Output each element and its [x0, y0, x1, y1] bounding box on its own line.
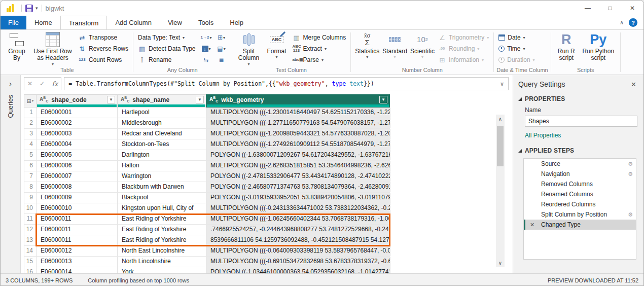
cell-wkb-geometry[interactable]: MULTIPOLYGON (((-1.23001416440497 54.625… — [206, 108, 390, 118]
cell-shape-name[interactable]: Kingston upon Hull, City of — [118, 203, 206, 213]
cell-wkb-geometry[interactable]: MULTIPOLYGON (((-0.243133634471002 53.73… — [206, 203, 390, 213]
cell-shape-code[interactable]: E06000008 — [37, 182, 118, 192]
trigonometry-button[interactable]: ∠ Trigonometry ▾ — [436, 32, 491, 43]
date-button[interactable]: Date ▾ — [496, 32, 536, 43]
scroll-up-icon[interactable]: ∧ — [498, 115, 502, 123]
cell-shape-code[interactable]: E06000010 — [37, 203, 118, 213]
reverse-rows-button[interactable]: ⇅ Reverse Rows — [76, 43, 130, 54]
parse-button[interactable]: abc▦ Parse ▾ — [291, 54, 348, 65]
convert-to-list-button[interactable]: ≣ — [214, 54, 229, 65]
data-type-button[interactable]: Data Type: Text ▾ — [136, 32, 198, 43]
cell-wkb-geometry[interactable]: MULTIPOLYGON (((-0.691053472832698 53.67… — [206, 257, 390, 267]
detect-data-type-button[interactable]: ▦ Detect Data Type — [136, 43, 198, 54]
run-r-script-button[interactable]: R Run R script — [554, 30, 579, 62]
step-settings-gear-icon[interactable]: ⚙ — [628, 211, 633, 218]
minimize-button[interactable]: — — [577, 1, 599, 16]
collapse-section-icon[interactable] — [518, 149, 522, 153]
move-button[interactable]: ⇆ — [199, 54, 214, 65]
cell-wkb-geometry[interactable]: POLYGON ((-1.63800071209267 54.617204342… — [206, 150, 390, 160]
cell-wkb-geometry[interactable]: 8539666811106 54.1259736092488, -0.45212… — [206, 235, 390, 245]
cell-shape-name[interactable]: Middlesbrough — [118, 118, 206, 128]
cell-shape-code[interactable]: E06000003 — [37, 129, 118, 139]
cell-shape-name[interactable]: Redcar and Cleveland — [118, 129, 206, 139]
filter-dropdown-icon[interactable]: ▼ — [196, 96, 204, 103]
cell-wkb-geometry[interactable]: .7466925524257, -0.244643968808277 53.74… — [206, 225, 390, 235]
formula-expand-icon[interactable]: ∨ — [500, 81, 504, 87]
tab-view[interactable]: View — [160, 16, 190, 29]
count-rows-button[interactable]: 123 Count Rows — [76, 54, 130, 65]
formula-input[interactable]: = Table.TransformColumnTypes(#"Split Col… — [64, 77, 509, 90]
transpose-button[interactable]: ⇄ Transpose — [76, 32, 130, 43]
cell-wkb-geometry[interactable]: MULTIPOLYGON (((-1.20098059443321 54.577… — [206, 129, 390, 139]
cell-wkb-geometry[interactable]: MULTIPOLYGON (((-1.27711650779163 54.547… — [206, 118, 390, 128]
split-column-button[interactable]: Split Column ▾ — [235, 30, 263, 66]
cell-shape-name[interactable]: East Riding of Yorkshire — [118, 214, 206, 224]
column-header-shape-code[interactable]: ABCshape_code▼ — [36, 94, 117, 108]
cell-shape-name[interactable]: East Riding of Yorkshire — [118, 225, 206, 235]
cell-wkb-geometry[interactable]: POLYGON ((-3.01935933952051 53.838942005… — [206, 193, 390, 203]
cancel-formula-icon[interactable]: ✕ — [27, 80, 32, 87]
collapse-ribbon-icon[interactable]: ∧ — [620, 19, 624, 26]
help-icon[interactable]: ? — [629, 18, 637, 27]
cell-shape-code[interactable]: E06000012 — [37, 246, 118, 256]
cell-shape-code[interactable]: E06000005 — [37, 150, 118, 160]
cell-wkb-geometry[interactable]: MULTIPOLYGON (((-0.064009303398119 53.58… — [206, 246, 390, 256]
cell-wkb-geometry[interactable]: POLYGON ((-2.46580771374763 53.780813407… — [206, 182, 390, 192]
filter-dropdown-icon[interactable]: ▼ — [379, 96, 387, 103]
cell-shape-name[interactable]: Halton — [118, 161, 206, 171]
replace-values-button[interactable]: 1→2▾ — [199, 32, 214, 43]
cell-wkb-geometry[interactable]: POLYGON ((-1.03446100000363 54.052935603… — [206, 267, 390, 273]
applied-step-renamed-columns[interactable]: Renamed Columns — [524, 189, 636, 199]
cell-shape-code[interactable]: E06000002 — [37, 118, 118, 128]
cell-shape-name[interactable]: East Riding of Yorkshire — [118, 235, 206, 245]
cell-wkb-geometry[interactable]: MULTIPOLYGON (((-1.27492610909112 54.551… — [206, 139, 390, 150]
applied-step-source[interactable]: Source⚙ — [524, 159, 636, 169]
information-button[interactable]: ⊞ Information ▾ — [436, 54, 491, 65]
use-first-row-as-headers-button[interactable]: Use First Row as Headers ▾ — [29, 30, 76, 66]
applied-step-navigation[interactable]: Navigation⚙ — [524, 169, 636, 179]
cell-shape-code[interactable]: E06000014 — [37, 267, 118, 273]
cell-shape-name[interactable]: York — [118, 267, 206, 273]
rounding-button[interactable]: .00 Rounding ▾ — [436, 43, 491, 54]
tab-tools[interactable]: Tools — [190, 16, 222, 29]
step-settings-gear-icon[interactable]: ⚙ — [628, 161, 633, 167]
expand-queries-pane-icon[interactable]: › — [9, 79, 12, 88]
cell-shape-name[interactable]: Hartlepool — [118, 108, 206, 118]
applied-step-removed-columns[interactable]: Removed Columns — [524, 179, 636, 189]
select-all-corner-button[interactable]: ⊞▾ — [24, 94, 36, 108]
query-name-input[interactable] — [525, 116, 637, 127]
cell-shape-name[interactable]: North Lincolnshire — [118, 257, 206, 267]
cell-wkb-geometry[interactable]: MULTIPOLYGON (((-2.6268351815851 53.3546… — [206, 161, 390, 171]
tab-add-column[interactable]: Add Column — [107, 16, 160, 29]
extract-button[interactable]: ABC123 Extract ▾ — [291, 43, 348, 54]
cell-shape-code[interactable]: E06000011 — [37, 235, 118, 245]
quick-access-dropdown-icon[interactable]: ▾ — [35, 6, 38, 11]
tab-home[interactable]: Home — [26, 16, 60, 29]
cell-shape-code[interactable]: E06000006 — [37, 161, 118, 171]
cell-wkb-geometry[interactable]: MULTIPOLYGON (((-1.06245660402344 53.706… — [206, 214, 390, 224]
cell-shape-code[interactable]: E06000004 — [37, 139, 118, 150]
time-button[interactable]: Time ▾ — [496, 43, 536, 54]
rename-button[interactable]: I Rename — [136, 54, 198, 65]
scrollbar-thumb[interactable] — [497, 126, 504, 166]
tab-transform[interactable]: Transform — [60, 16, 108, 29]
cell-shape-name[interactable]: North East Lincolnshire — [118, 246, 206, 256]
scroll-down-icon[interactable]: ∨ — [498, 259, 502, 267]
maximize-button[interactable]: □ — [599, 1, 621, 16]
pivot-column-button[interactable]: ⊞▾ — [214, 32, 229, 43]
delete-step-icon[interactable]: ✕ — [530, 222, 534, 228]
cell-shape-name[interactable]: Stockton-on-Tees — [118, 139, 206, 150]
cell-shape-code[interactable]: E06000011 — [37, 225, 118, 235]
standard-button[interactable]: +−÷× Standard ▾ — [381, 30, 409, 59]
cell-wkb-geometry[interactable]: POLYGON ((-2.47815332906477 53.443417489… — [206, 171, 390, 182]
cell-shape-code[interactable]: E06000011 — [37, 214, 118, 224]
duration-button[interactable]: Duration ▾ — [496, 54, 536, 65]
commit-formula-icon[interactable]: ✓ — [40, 80, 45, 87]
unpivot-columns-button[interactable]: ▤▾ — [214, 43, 229, 54]
step-settings-gear-icon[interactable]: ⚙ — [628, 171, 633, 177]
collapse-section-icon[interactable] — [518, 97, 522, 101]
cell-shape-name[interactable]: Warrington — [118, 171, 206, 182]
cell-shape-name[interactable]: Darlington — [118, 150, 206, 160]
column-header-wkb-geometry[interactable]: ABCwkb_geometry▼ — [206, 94, 390, 108]
cell-shape-code[interactable]: E06000009 — [37, 193, 118, 203]
